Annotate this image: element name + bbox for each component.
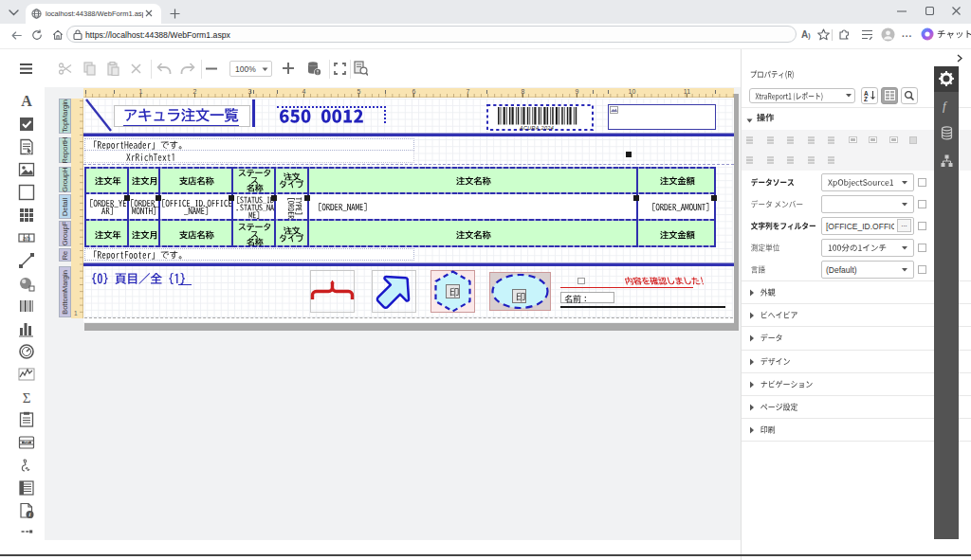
svg-text:A: A — [21, 93, 32, 109]
svg-text:i: i — [29, 511, 31, 517]
svg-text:f: f — [943, 99, 948, 113]
svg-text:PDF: PDF — [24, 441, 29, 444]
svg-text:ab: ab — [23, 235, 30, 242]
svg-text:Z: Z — [864, 96, 868, 101]
svg-text:Σ: Σ — [23, 390, 31, 406]
